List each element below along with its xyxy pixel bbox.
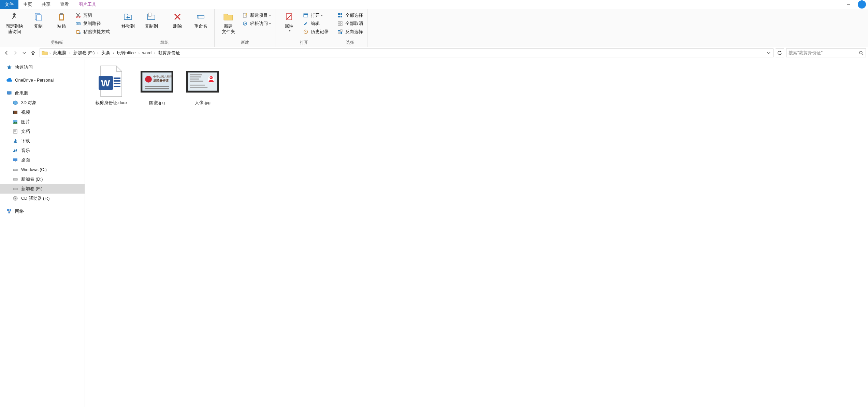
paste-button[interactable]: 粘贴 (50, 10, 73, 29)
copy-path-label: 复制路径 (83, 21, 101, 27)
svg-point-86 (212, 77, 212, 78)
nav-up[interactable] (29, 48, 38, 57)
nav-forward[interactable] (11, 48, 20, 57)
breadcrumb-seg-1[interactable]: 新加卷 (E:) (71, 49, 97, 57)
svg-text:居民身份证: 居民身份证 (153, 79, 169, 82)
sidebar-this-pc[interactable]: 此电脑 (0, 88, 85, 98)
svg-point-70 (145, 76, 152, 83)
svg-line-9 (77, 13, 80, 17)
sidebar-onedrive[interactable]: OneDrive - Personal (0, 75, 85, 85)
nav-recent-dropdown[interactable] (20, 48, 29, 57)
svg-rect-77 (190, 74, 202, 75)
svg-rect-80 (190, 81, 203, 82)
sidebar-videos[interactable]: 视频 (0, 108, 85, 117)
sidebar-desktop[interactable]: 桌面 (0, 155, 85, 165)
new-item-button[interactable]: 新建项目 ▾ (240, 11, 273, 19)
new-folder-button[interactable]: 新建 文件夹 (217, 10, 240, 34)
file-pane[interactable]: W 裁剪身份证.docx 中华人民共和国 居民身份证 (85, 59, 868, 407)
sidebar-network[interactable]: 网络 (0, 207, 85, 216)
ribbon-group-clipboard: 固定到快 速访问 复制 粘贴 剪切 (0, 9, 114, 47)
cut-label: 剪切 (83, 13, 92, 18)
chevron-right-icon[interactable]: › (49, 51, 51, 55)
sidebar-drive-e[interactable]: 新加卷 (E:) (0, 184, 85, 194)
open-button[interactable]: 打开 ▾ (301, 11, 331, 19)
copy-path-button[interactable]: abc 复制路径 (73, 19, 112, 28)
select-none-button[interactable]: 全部取消 (335, 19, 365, 28)
edit-button[interactable]: 编辑 (301, 19, 331, 28)
svg-rect-78 (190, 76, 201, 78)
invert-selection-button[interactable]: 反向选择 (335, 28, 365, 36)
sidebar-quick-access[interactable]: 快速访问 (0, 62, 85, 72)
file-item-img-front[interactable]: 中华人民共和国 居民身份证 国徽.jpg (135, 65, 179, 106)
search-icon (859, 51, 864, 55)
chevron-right-icon[interactable]: › (112, 51, 115, 55)
cut-button[interactable]: 剪切 (73, 11, 112, 19)
search-box[interactable]: 搜索"裁剪身份证" (786, 48, 866, 57)
breadcrumb-seg-2[interactable]: 头条 (99, 49, 112, 57)
history-button[interactable]: 历史记录 (301, 28, 331, 36)
file-item-img-back[interactable]: 人像.jpg (180, 65, 225, 106)
chevron-down-icon: ▾ (321, 14, 323, 17)
sidebar-downloads[interactable]: 下载 (0, 136, 85, 146)
copy-button[interactable]: 复制 (27, 10, 50, 29)
chevron-right-icon[interactable]: › (97, 51, 99, 55)
drive-icon (12, 186, 18, 192)
sidebar-onedrive-label: OneDrive - Personal (15, 78, 54, 83)
svg-rect-51 (13, 158, 17, 161)
breadcrumb-seg-5[interactable]: 裁剪身份证 (156, 49, 182, 57)
select-all-button[interactable]: 全部选择 (335, 11, 365, 19)
open-icon (303, 12, 309, 18)
sidebar-drive-d[interactable]: 新加卷 (D:) (0, 174, 85, 184)
chevron-right-icon[interactable]: › (154, 51, 156, 55)
sidebar-3d-objects[interactable]: 3D 对象 (0, 98, 85, 108)
nav-back[interactable] (2, 48, 11, 57)
drive-icon (12, 167, 18, 173)
sidebar-cd-drive-f[interactable]: CD 驱动器 (F:) (0, 194, 85, 203)
rename-button[interactable]: 重命名 (189, 10, 212, 29)
chevron-right-icon[interactable]: › (69, 51, 71, 55)
nav-pane: 快速访问 OneDrive - Personal 此电脑 3D 对象 视频 图片 (0, 59, 85, 407)
paste-icon (56, 11, 67, 22)
user-avatar[interactable] (858, 0, 866, 9)
svg-text:W: W (101, 78, 110, 88)
address-bar[interactable]: › 此电脑 › 新加卷 (E:) › 头条 › 玩转office › word … (40, 48, 773, 57)
tab-home[interactable]: 主页 (18, 0, 37, 9)
svg-rect-44 (13, 111, 14, 114)
download-icon (12, 138, 18, 144)
properties-button[interactable]: 属性 ▾ (277, 10, 301, 32)
refresh-button[interactable] (776, 48, 784, 57)
window-minimize[interactable] (841, 0, 856, 9)
chevron-down-icon: ▾ (269, 14, 271, 17)
paste-shortcut-button[interactable]: 粘贴快捷方式 (73, 28, 112, 36)
sidebar-documents[interactable]: 文档 (0, 127, 85, 136)
tab-share[interactable]: 共享 (37, 0, 55, 9)
breadcrumb-seg-4[interactable]: word (140, 49, 154, 57)
easy-access-button[interactable]: 轻松访问 ▾ (240, 19, 273, 28)
pin-to-quick-access-button[interactable]: 固定到快 速访问 (2, 10, 27, 34)
sidebar-drive-c[interactable]: Windows (C:) (0, 165, 85, 174)
svg-rect-55 (13, 179, 17, 180)
cloud-icon (6, 77, 12, 83)
address-dropdown[interactable] (765, 51, 772, 55)
moveto-button[interactable]: 移动到 (116, 10, 140, 29)
svg-rect-56 (13, 188, 17, 190)
select-none-icon (337, 20, 343, 27)
breadcrumb-seg-0[interactable]: 此电脑 (51, 49, 69, 57)
sidebar-thispc-label: 此电脑 (15, 90, 28, 96)
chevron-right-icon[interactable]: › (138, 51, 140, 55)
sidebar-quick-label: 快速访问 (15, 65, 33, 70)
file-item-docx[interactable]: W 裁剪身份证.docx (89, 65, 133, 106)
copyto-button[interactable]: 复制到 (140, 10, 163, 29)
svg-rect-32 (341, 22, 342, 23)
tab-file[interactable]: 文件 (0, 0, 18, 9)
sidebar-music[interactable]: 音乐 (0, 146, 85, 155)
file-name: 国徽.jpg (149, 100, 165, 106)
tab-picture-tools[interactable]: 图片工具 (74, 0, 101, 9)
svg-rect-82 (190, 87, 208, 88)
tab-view[interactable]: 查看 (55, 0, 74, 9)
breadcrumb-seg-3[interactable]: 玩转office (115, 49, 138, 57)
sidebar-pictures[interactable]: 图片 (0, 117, 85, 127)
file-name: 裁剪身份证.docx (95, 100, 128, 106)
new-caption: 新建 (217, 39, 273, 47)
delete-button[interactable]: 删除 (166, 10, 189, 29)
